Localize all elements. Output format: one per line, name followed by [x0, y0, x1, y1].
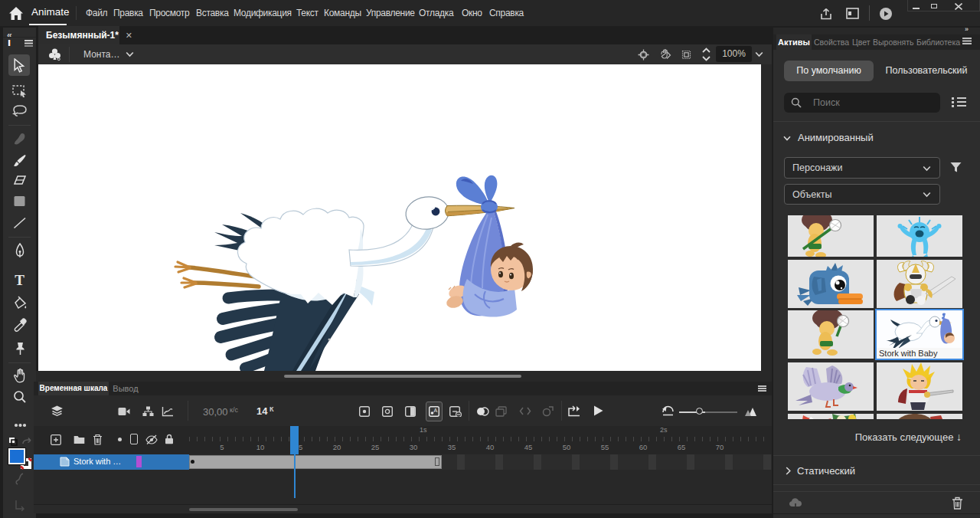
svg-text:A: A	[434, 408, 438, 413]
